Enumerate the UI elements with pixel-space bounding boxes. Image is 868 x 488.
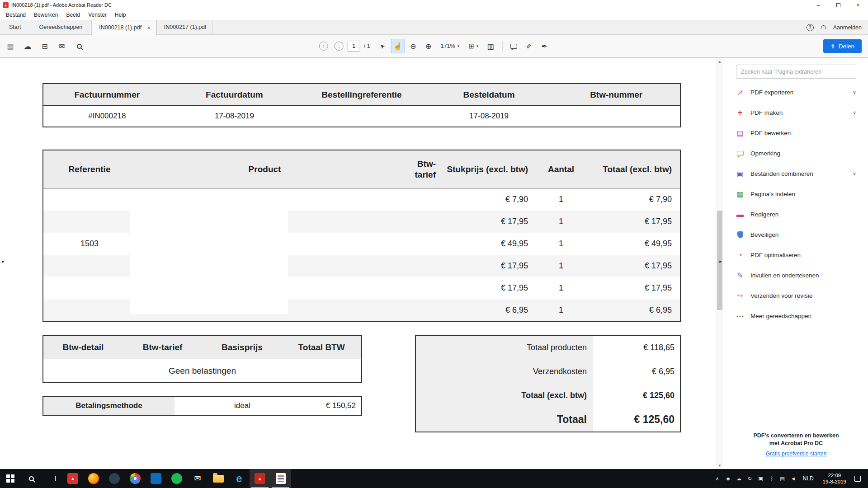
sync-icon[interactable]: ↻ <box>747 476 753 482</box>
print-icon[interactable]: ⊟ <box>38 39 52 53</box>
chevron-down-icon[interactable]: ∨ <box>853 89 856 95</box>
sign-in-button[interactable]: Aanmelden <box>833 24 862 31</box>
acrobat-taskbar-icon[interactable]: ▲ <box>250 469 270 488</box>
pdf-page[interactable]: Factuurnummer Factuurdatum Bestellingref… <box>0 58 716 469</box>
cell-stukprijs: € 6,95 <box>441 305 532 315</box>
vat-number <box>552 106 680 127</box>
chevron-down-icon[interactable]: ∨ <box>853 110 856 116</box>
comment-icon <box>735 151 745 156</box>
sidebar-item-pdf-maken[interactable]: + PDF maken ∨ <box>724 103 868 123</box>
tab-document-active[interactable]: IN000218 (1).pdf × <box>91 20 156 35</box>
security-shield-icon[interactable]: ▣ <box>758 476 764 482</box>
share-button[interactable]: ⇧ Delen <box>823 39 862 53</box>
onedrive-cloud-icon[interactable]: ☁ <box>736 476 742 482</box>
magnifier-icon <box>77 44 82 49</box>
free-trial-link[interactable]: Gratis proefversie starten <box>766 450 827 457</box>
clock-time: 22:09 <box>828 473 841 478</box>
sidebar-item-beveiligen[interactable]: Beveiligen <box>724 225 868 245</box>
zoom-in-button[interactable]: ⊕ <box>422 39 435 53</box>
sign-tool-button[interactable]: ✒ <box>538 39 551 53</box>
volume-icon[interactable]: ◄ <box>790 476 797 481</box>
sidebar-item-verzenden-voor-revisie[interactable]: ↪ Verzenden voor revisie <box>724 286 868 306</box>
next-page-button[interactable]: ↓ <box>332 39 346 53</box>
sidebar-item-paginas-indelen[interactable]: ▦ Pagina's indelen <box>724 184 868 204</box>
task-view-button[interactable] <box>42 469 62 488</box>
store-app-icon[interactable] <box>146 469 166 488</box>
titlebar: ▲ IN000218 (1).pdf - Adobe Acrobat Reade… <box>0 0 868 10</box>
scroll-mode-button[interactable]: ▥ <box>484 39 497 53</box>
acrobat-reader-window: ▲ IN000218 (1).pdf - Adobe Acrobat Reade… <box>0 0 868 488</box>
chevron-up-icon[interactable]: ∧ <box>714 476 721 482</box>
save-icon[interactable]: ▤ <box>4 39 17 53</box>
sidebar-item-pdf-exporteren[interactable]: ↗ PDF exporteren ∨ <box>724 82 868 103</box>
hand-tool-button[interactable]: ☝ <box>391 39 405 53</box>
column-header: Totaal BTW <box>282 343 361 352</box>
tab-start[interactable]: Start <box>0 20 30 34</box>
firefox-icon[interactable] <box>83 469 104 488</box>
scroll-up-arrow[interactable]: ▲ <box>716 58 723 65</box>
email-icon[interactable]: ✉ <box>55 39 69 53</box>
collapse-tools-pane-arrow[interactable]: ▸ <box>718 258 723 264</box>
chevron-down-icon[interactable]: ∨ <box>853 171 856 177</box>
page-fit-dropdown[interactable]: ⊞ ▾ <box>465 39 482 53</box>
previous-page-button[interactable]: ↑ <box>317 39 330 53</box>
menu-help[interactable]: Help <box>111 10 130 20</box>
sidebar-item-redigeren[interactable]: ▬ Redigeren <box>724 204 868 225</box>
close-button[interactable]: × <box>848 0 868 10</box>
taskbar-clock[interactable]: 22:09 19-8-2019 <box>820 472 849 485</box>
menu-venster[interactable]: Venster <box>84 10 111 20</box>
sidebar-item-pdf-optimaliseren[interactable]: ◔ PDF optimaliseren <box>724 245 868 265</box>
maximize-button[interactable] <box>828 0 848 10</box>
sidebar-item-opmerking[interactable]: Opmerking <box>724 143 868 164</box>
file-explorer-icon[interactable] <box>208 469 229 488</box>
system-tray: ∧ ☻ ☁ ↻ ▣ ᛒ ▤ ◄ NLD 22:09 19-8-2019 <box>714 472 868 485</box>
close-tab-icon[interactable]: × <box>147 25 151 31</box>
pdf-edit-icon: ▤ <box>735 129 745 137</box>
tab-gereedschappen[interactable]: Gereedschappen <box>30 20 91 34</box>
scroll-down-arrow[interactable]: ▼ <box>716 462 723 469</box>
spotify-icon[interactable] <box>166 469 187 488</box>
document-app-icon[interactable] <box>270 469 291 488</box>
comment-bubble-icon <box>510 44 517 49</box>
display-icon[interactable]: ▤ <box>779 476 786 482</box>
zoom-out-button[interactable]: ⊖ <box>406 39 420 53</box>
taskbar-search-button[interactable] <box>21 469 42 488</box>
menu-bewerken[interactable]: Bewerken <box>30 10 62 20</box>
mail-app-icon[interactable]: ✉ <box>187 469 208 488</box>
sidebar-item-meer-gereedschappen[interactable]: ⋯ Meer gereedschappen <box>724 306 868 326</box>
cell-aantal: 1 <box>532 283 590 293</box>
language-indicator[interactable]: NLD <box>801 475 816 482</box>
start-button[interactable] <box>0 469 21 488</box>
totals-row: Totaal (excl. btw) € 125,60 <box>416 384 680 408</box>
steam-icon[interactable] <box>104 469 125 488</box>
select-tool-button[interactable]: ➤ <box>376 39 389 53</box>
tools-search-input[interactable] <box>736 65 856 79</box>
folder-icon <box>213 475 224 483</box>
help-icon[interactable]: ? <box>807 24 814 31</box>
show-navigation-pane-arrow[interactable]: ▸ <box>0 258 6 264</box>
zoom-level-dropdown[interactable]: 171% ▾ <box>437 39 463 53</box>
pdf-app-icon[interactable]: ▲ <box>62 469 83 488</box>
tab-label: Gereedschappen <box>39 24 82 30</box>
chrome-icon[interactable] <box>125 469 146 488</box>
cell-totaal: € 7,90 <box>590 195 682 204</box>
page-number-input[interactable] <box>348 41 360 52</box>
menu-bestand[interactable]: Bestand <box>2 10 30 20</box>
sidebar-item-invullen-en-ondertekenen[interactable]: ✎ Invullen en ondertekenen <box>724 265 868 286</box>
highlight-tool-button[interactable]: ✐ <box>522 39 536 53</box>
cloud-upload-icon[interactable]: ☁ <box>21 39 34 53</box>
people-icon[interactable]: ☻ <box>725 476 731 481</box>
cell-aantal: 1 <box>532 261 590 271</box>
action-center-icon[interactable] <box>854 476 861 482</box>
minimize-button[interactable]: – <box>808 0 828 10</box>
edge-icon[interactable]: e <box>229 469 250 488</box>
menu-beeld[interactable]: Beeld <box>62 10 84 20</box>
zoom-tools-icon[interactable] <box>72 39 86 53</box>
tab-document-2[interactable]: IN000217 (1).pdf <box>156 20 212 34</box>
comment-tool-button[interactable] <box>507 39 520 53</box>
totals-row: Verzendkosten € 6,95 <box>416 360 680 384</box>
sidebar-item-pdf-bewerken[interactable]: ▤ PDF bewerken <box>724 123 868 143</box>
bluetooth-icon[interactable]: ᛒ <box>769 476 775 481</box>
sidebar-item-bestanden-combineren[interactable]: ▣ Bestanden combineren ∨ <box>724 164 868 184</box>
notifications-bell-icon[interactable] <box>821 25 826 29</box>
